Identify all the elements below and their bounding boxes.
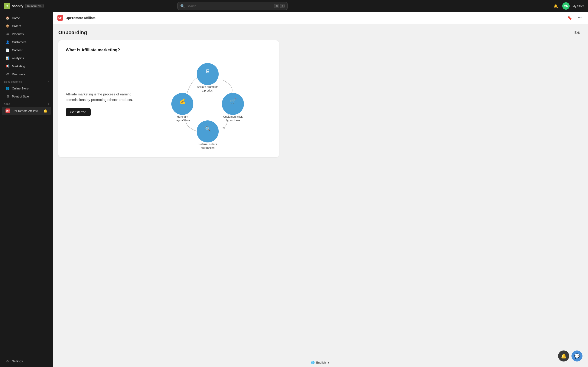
language-label: English <box>316 361 326 364</box>
customers-click-icon: 🛒 <box>230 98 236 104</box>
content-icon: 📄 <box>6 48 10 52</box>
uppromote-label: UpPromote Affiliate <box>12 109 38 113</box>
summer-badge: Summer '24 <box>25 4 44 8</box>
sidebar-bottom: ⚙ Settings <box>0 355 53 367</box>
onboarding-body: Affiliate marketing is the process of ea… <box>66 58 271 150</box>
sidebar-item-discounts[interactable]: 🏷 Discounts <box>2 70 51 78</box>
search-icon: 🔍 <box>180 4 185 8</box>
page-footer: 🌐 English ▼ <box>53 358 588 367</box>
sidebar-item-products-label: Products <box>12 32 24 36</box>
floating-chat-icon: 💬 <box>574 353 580 359</box>
sidebar-item-online-store-label: Online Store <box>12 87 28 90</box>
app-header: UP UpPromote Affiliate 🔖 ••• <box>53 12 588 24</box>
floating-buttons: 🔔 💬 <box>558 350 582 361</box>
sidebar-item-content-label: Content <box>12 48 23 52</box>
page-content: Onboarding Exit What is Affiliate market… <box>53 24 588 358</box>
onboarding-text: Affiliate marketing is the process of ea… <box>66 92 135 116</box>
sidebar-item-settings[interactable]: ⚙ Settings <box>2 357 51 365</box>
top-navigation: ✦ shopify Summer '24 🔍 ⌘ K 🔔 MS My Store <box>0 0 588 12</box>
home-icon: 🏠 <box>6 16 10 20</box>
sidebar-item-analytics-label: Analytics <box>12 56 24 60</box>
chevron-down-icon: ▼ <box>327 361 330 364</box>
page-title-row: Onboarding Exit <box>58 29 582 36</box>
online-store-icon: 🌐 <box>6 86 10 90</box>
sidebar-item-products[interactable]: 🏷 Products <box>2 30 51 38</box>
store-name[interactable]: My Store <box>572 4 584 8</box>
shopify-logo-text: shopify <box>12 4 23 8</box>
sidebar-item-settings-label: Settings <box>12 359 23 363</box>
pos-icon: 🖥 <box>6 94 10 98</box>
affiliate-promotes-label-2: a product <box>202 89 214 92</box>
notification-bell-icon[interactable]: 🔔 <box>552 2 560 10</box>
sidebar-item-customers-label: Customers <box>12 40 26 44</box>
sidebar-item-analytics[interactable]: 📊 Analytics <box>2 54 51 62</box>
sidebar-item-home-label: Home <box>12 16 20 20</box>
marketing-icon: 📢 <box>6 64 10 68</box>
shopify-logo[interactable]: ✦ shopify Summer '24 <box>4 3 44 9</box>
merchant-pays-icon: 💰 <box>179 98 186 104</box>
sidebar-nav: 🏠 Home 📦 Orders 🏷 Products 👤 Customers 📄… <box>0 12 53 355</box>
sidebar-item-marketing-label: Marketing <box>12 65 25 68</box>
analytics-icon: 📊 <box>6 56 10 60</box>
kbd-k: K <box>280 4 284 8</box>
onboarding-card-title: What is Affiliate marketing? <box>66 48 271 52</box>
floating-chat-button[interactable]: 💬 <box>571 350 582 361</box>
sidebar-item-pos[interactable]: 🖥 Point of Sale <box>2 92 51 100</box>
kbd-cmd: ⌘ <box>274 4 279 8</box>
apps-section[interactable]: Apps › <box>0 100 53 106</box>
sidebar-item-customers[interactable]: 👤 Customers <box>2 38 51 46</box>
settings-icon: ⚙ <box>6 359 10 363</box>
onboarding-card: What is Affiliate marketing? Affiliate m… <box>58 40 279 157</box>
app-header-logo: UP <box>57 15 63 21</box>
affiliate-promotes-icon: 🖥 <box>205 68 210 74</box>
diagram-svg: 🖥 Affiliate promotes a product 🛒 Custome… <box>162 58 254 150</box>
app-bell-icon[interactable]: 🔔 <box>43 109 47 113</box>
customers-click-label-1: Customers click <box>223 115 243 118</box>
sales-channels-section[interactable]: Sales channels › <box>0 78 53 84</box>
affiliate-promotes-circle <box>197 63 219 85</box>
search-shortcut: ⌘ K <box>274 4 284 8</box>
page-title: Onboarding <box>58 30 87 35</box>
onboarding-description: Affiliate marketing is the process of ea… <box>66 92 135 102</box>
app-header-right: 🔖 ••• <box>566 14 583 22</box>
sidebar-item-marketing[interactable]: 📢 Marketing <box>2 62 51 70</box>
app-header-bookmark-icon[interactable]: 🔖 <box>566 14 573 22</box>
user-avatar[interactable]: MS <box>562 2 570 10</box>
sidebar: 🏠 Home 📦 Orders 🏷 Products 👤 Customers 📄… <box>0 12 53 367</box>
customers-icon: 👤 <box>6 40 10 44</box>
merchant-pays-label-2: pays affiliate <box>175 119 190 122</box>
exit-button[interactable]: Exit <box>572 29 582 36</box>
sidebar-item-discounts-label: Discounts <box>12 73 25 76</box>
sidebar-item-orders[interactable]: 📦 Orders <box>2 22 51 30</box>
chevron-right-icon: › <box>48 80 49 83</box>
referral-orders-label-2: are tracked <box>201 146 215 150</box>
floating-bell-icon: 🔔 <box>561 353 567 359</box>
globe-icon: 🌐 <box>311 361 315 364</box>
sidebar-item-uppromote[interactable]: UP UpPromote Affiliate 🔔 <box>2 107 51 115</box>
get-started-button[interactable]: Get started <box>66 108 91 116</box>
language-selector[interactable]: 🌐 English ▼ <box>311 361 330 364</box>
merchant-pays-label-1: Merchant <box>177 115 188 118</box>
sidebar-item-home[interactable]: 🏠 Home <box>2 14 51 22</box>
referral-orders-label-1: Referral orders <box>199 143 217 146</box>
sidebar-item-pos-label: Point of Sale <box>12 95 29 98</box>
search-input[interactable] <box>187 4 272 8</box>
sidebar-item-online-store[interactable]: 🌐 Online Store <box>2 84 51 92</box>
search-bar: 🔍 ⌘ K <box>177 2 288 10</box>
chevron-right-icon-apps: › <box>48 102 49 106</box>
uppromote-app-icon: UP <box>6 108 10 113</box>
affiliate-diagram: 🖥 Affiliate promotes a product 🛒 Custome… <box>144 58 271 150</box>
affiliate-promotes-label-1: Affiliate promotes <box>197 85 218 89</box>
sidebar-item-orders-label: Orders <box>12 24 21 28</box>
orders-icon: 📦 <box>6 24 10 28</box>
products-icon: 🏷 <box>6 32 10 36</box>
content-area: UP UpPromote Affiliate 🔖 ••• Onboarding … <box>53 12 588 367</box>
app-header-title: UpPromote Affiliate <box>66 16 95 20</box>
app-header-more-icon[interactable]: ••• <box>576 14 583 22</box>
floating-notification-button[interactable]: 🔔 <box>558 350 569 361</box>
nav-right: 🔔 MS My Store <box>552 2 584 10</box>
discounts-icon: 🏷 <box>6 72 10 76</box>
sidebar-item-content[interactable]: 📄 Content <box>2 46 51 54</box>
main-layout: 🏠 Home 📦 Orders 🏷 Products 👤 Customers 📄… <box>0 12 588 367</box>
referral-orders-icon: 🔍 <box>205 126 211 132</box>
